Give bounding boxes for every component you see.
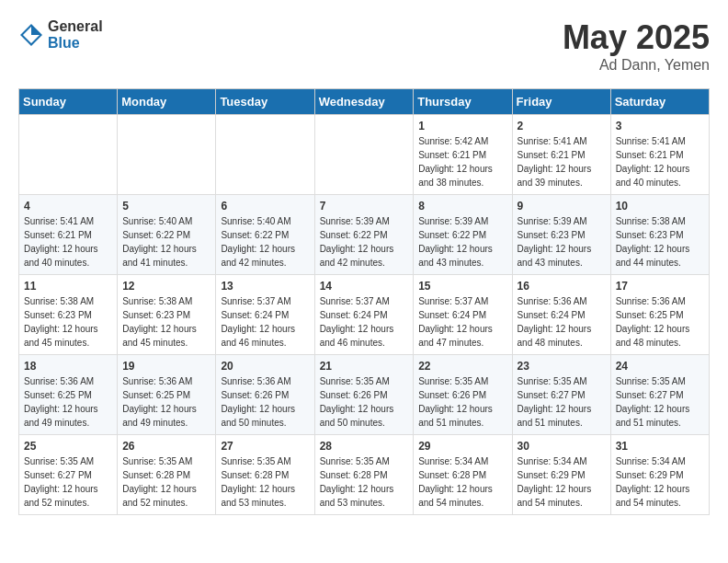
- calendar-cell: 30Sunrise: 5:34 AM Sunset: 6:29 PM Dayli…: [512, 435, 610, 515]
- day-info: Sunrise: 5:34 AM Sunset: 6:28 PM Dayligh…: [418, 454, 506, 510]
- day-number: 17: [616, 280, 704, 293]
- calendar-cell: 24Sunrise: 5:35 AM Sunset: 6:27 PM Dayli…: [610, 355, 709, 435]
- calendar-cell: 27Sunrise: 5:35 AM Sunset: 6:28 PM Dayli…: [216, 435, 314, 515]
- day-info: Sunrise: 5:37 AM Sunset: 6:24 PM Dayligh…: [320, 294, 409, 350]
- calendar-table: SundayMondayTuesdayWednesdayThursdayFrid…: [18, 88, 710, 515]
- day-info: Sunrise: 5:35 AM Sunset: 6:27 PM Dayligh…: [518, 374, 606, 430]
- calendar-week-row: 11Sunrise: 5:38 AM Sunset: 6:23 PM Dayli…: [19, 275, 710, 355]
- day-number: 5: [122, 200, 210, 213]
- day-info: Sunrise: 5:37 AM Sunset: 6:24 PM Dayligh…: [418, 294, 506, 350]
- calendar-cell: 8Sunrise: 5:39 AM Sunset: 6:22 PM Daylig…: [414, 195, 512, 275]
- day-number: 31: [616, 440, 704, 453]
- day-info: Sunrise: 5:38 AM Sunset: 6:23 PM Dayligh…: [24, 294, 112, 350]
- day-number: 25: [24, 440, 112, 453]
- calendar-cell: 6Sunrise: 5:40 AM Sunset: 6:22 PM Daylig…: [216, 195, 314, 275]
- day-info: Sunrise: 5:41 AM Sunset: 6:21 PM Dayligh…: [24, 214, 112, 270]
- day-number: 18: [24, 360, 112, 373]
- logo-general-text: General: [48, 18, 103, 35]
- calendar-cell: 19Sunrise: 5:36 AM Sunset: 6:25 PM Dayli…: [118, 355, 216, 435]
- calendar-cell: 21Sunrise: 5:35 AM Sunset: 6:26 PM Dayli…: [314, 355, 414, 435]
- day-info: Sunrise: 5:42 AM Sunset: 6:21 PM Dayligh…: [418, 134, 506, 190]
- calendar-cell: 3Sunrise: 5:41 AM Sunset: 6:21 PM Daylig…: [610, 115, 709, 195]
- day-number: 7: [320, 200, 409, 213]
- calendar-week-row: 18Sunrise: 5:36 AM Sunset: 6:25 PM Dayli…: [19, 355, 710, 435]
- day-number: 24: [616, 360, 704, 373]
- day-info: Sunrise: 5:36 AM Sunset: 6:25 PM Dayligh…: [616, 294, 704, 350]
- calendar-cell: 14Sunrise: 5:37 AM Sunset: 6:24 PM Dayli…: [314, 275, 414, 355]
- calendar-cell: 11Sunrise: 5:38 AM Sunset: 6:23 PM Dayli…: [19, 275, 118, 355]
- calendar-week-row: 4Sunrise: 5:41 AM Sunset: 6:21 PM Daylig…: [19, 195, 710, 275]
- day-info: Sunrise: 5:35 AM Sunset: 6:26 PM Dayligh…: [418, 374, 506, 430]
- day-number: 1: [418, 120, 506, 132]
- day-info: Sunrise: 5:36 AM Sunset: 6:24 PM Dayligh…: [518, 294, 606, 350]
- day-info: Sunrise: 5:35 AM Sunset: 6:28 PM Dayligh…: [122, 454, 210, 510]
- day-number: 3: [616, 120, 704, 132]
- day-number: 8: [418, 200, 506, 213]
- title-block: May 2025 Ad Dann, Yemen: [563, 18, 710, 74]
- day-number: 11: [24, 280, 112, 293]
- day-info: Sunrise: 5:35 AM Sunset: 6:28 PM Dayligh…: [221, 454, 309, 510]
- calendar-cell: 1Sunrise: 5:42 AM Sunset: 6:21 PM Daylig…: [414, 115, 512, 195]
- day-info: Sunrise: 5:39 AM Sunset: 6:23 PM Dayligh…: [518, 214, 606, 270]
- calendar-cell: 28Sunrise: 5:35 AM Sunset: 6:28 PM Dayli…: [314, 435, 414, 515]
- calendar-cell: 29Sunrise: 5:34 AM Sunset: 6:28 PM Dayli…: [414, 435, 512, 515]
- calendar-cell: 13Sunrise: 5:37 AM Sunset: 6:24 PM Dayli…: [216, 275, 314, 355]
- day-number: 22: [418, 360, 506, 373]
- calendar-cell: [216, 115, 314, 195]
- day-info: Sunrise: 5:35 AM Sunset: 6:27 PM Dayligh…: [24, 454, 112, 510]
- calendar-day-header: Tuesday: [216, 89, 314, 115]
- day-number: 6: [221, 200, 309, 213]
- day-info: Sunrise: 5:35 AM Sunset: 6:28 PM Dayligh…: [320, 454, 409, 510]
- day-number: 28: [320, 440, 409, 453]
- day-info: Sunrise: 5:37 AM Sunset: 6:24 PM Dayligh…: [221, 294, 309, 350]
- day-number: 4: [24, 200, 112, 213]
- calendar-cell: 12Sunrise: 5:38 AM Sunset: 6:23 PM Dayli…: [118, 275, 216, 355]
- day-number: 30: [518, 440, 606, 453]
- title-month: May 2025: [563, 18, 710, 57]
- calendar-cell: [314, 115, 414, 195]
- calendar-day-header: Saturday: [610, 89, 709, 115]
- day-info: Sunrise: 5:38 AM Sunset: 6:23 PM Dayligh…: [616, 214, 704, 270]
- calendar-cell: 26Sunrise: 5:35 AM Sunset: 6:28 PM Dayli…: [118, 435, 216, 515]
- day-number: 29: [418, 440, 506, 453]
- calendar-cell: 5Sunrise: 5:40 AM Sunset: 6:22 PM Daylig…: [118, 195, 216, 275]
- calendar-cell: 7Sunrise: 5:39 AM Sunset: 6:22 PM Daylig…: [314, 195, 414, 275]
- calendar-cell: 25Sunrise: 5:35 AM Sunset: 6:27 PM Dayli…: [19, 435, 118, 515]
- day-info: Sunrise: 5:40 AM Sunset: 6:22 PM Dayligh…: [122, 214, 210, 270]
- day-info: Sunrise: 5:35 AM Sunset: 6:27 PM Dayligh…: [616, 374, 704, 430]
- day-number: 26: [122, 440, 210, 453]
- day-info: Sunrise: 5:41 AM Sunset: 6:21 PM Dayligh…: [518, 134, 606, 190]
- calendar-cell: 17Sunrise: 5:36 AM Sunset: 6:25 PM Dayli…: [610, 275, 709, 355]
- day-number: 10: [616, 200, 704, 213]
- calendar-cell: 20Sunrise: 5:36 AM Sunset: 6:26 PM Dayli…: [216, 355, 314, 435]
- day-number: 14: [320, 280, 409, 293]
- page-header: General Blue May 2025 Ad Dann, Yemen: [18, 18, 710, 74]
- calendar-cell: 10Sunrise: 5:38 AM Sunset: 6:23 PM Dayli…: [610, 195, 709, 275]
- calendar-cell: 18Sunrise: 5:36 AM Sunset: 6:25 PM Dayli…: [19, 355, 118, 435]
- day-info: Sunrise: 5:40 AM Sunset: 6:22 PM Dayligh…: [221, 214, 309, 270]
- day-number: 21: [320, 360, 409, 373]
- day-info: Sunrise: 5:36 AM Sunset: 6:26 PM Dayligh…: [221, 374, 309, 430]
- day-number: 27: [221, 440, 309, 453]
- day-number: 19: [122, 360, 210, 373]
- day-info: Sunrise: 5:36 AM Sunset: 6:25 PM Dayligh…: [24, 374, 112, 430]
- calendar-day-header: Monday: [118, 89, 216, 115]
- logo: General Blue: [18, 18, 103, 51]
- logo-text: General Blue: [48, 18, 103, 51]
- calendar-cell: 9Sunrise: 5:39 AM Sunset: 6:23 PM Daylig…: [512, 195, 610, 275]
- calendar-cell: 2Sunrise: 5:41 AM Sunset: 6:21 PM Daylig…: [512, 115, 610, 195]
- day-number: 23: [518, 360, 606, 373]
- logo-icon: [18, 22, 44, 48]
- day-info: Sunrise: 5:41 AM Sunset: 6:21 PM Dayligh…: [616, 134, 704, 190]
- calendar-week-row: 1Sunrise: 5:42 AM Sunset: 6:21 PM Daylig…: [19, 115, 710, 195]
- day-info: Sunrise: 5:35 AM Sunset: 6:26 PM Dayligh…: [320, 374, 409, 430]
- calendar-cell: 4Sunrise: 5:41 AM Sunset: 6:21 PM Daylig…: [19, 195, 118, 275]
- calendar-week-row: 25Sunrise: 5:35 AM Sunset: 6:27 PM Dayli…: [19, 435, 710, 515]
- day-number: 20: [221, 360, 309, 373]
- calendar-header-row: SundayMondayTuesdayWednesdayThursdayFrid…: [19, 89, 710, 115]
- calendar-cell: [19, 115, 118, 195]
- logo-blue-text: Blue: [48, 35, 103, 52]
- calendar-cell: 16Sunrise: 5:36 AM Sunset: 6:24 PM Dayli…: [512, 275, 610, 355]
- day-number: 9: [518, 200, 606, 213]
- day-number: 15: [418, 280, 506, 293]
